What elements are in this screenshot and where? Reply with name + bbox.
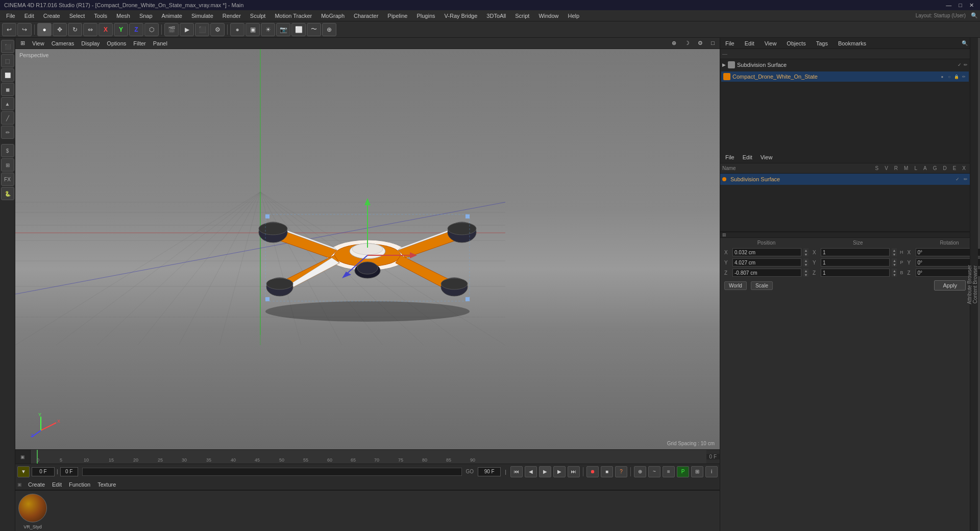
menu-mesh[interactable]: Mesh xyxy=(112,12,134,20)
vp-panel[interactable]: Panel xyxy=(150,40,170,47)
rotate-tool-btn[interactable]: ↻ xyxy=(68,23,82,36)
menu-select[interactable]: Select xyxy=(65,12,89,20)
play-btn[interactable]: ▶ xyxy=(539,466,551,477)
scale-mode-btn[interactable]: Scale xyxy=(751,281,773,290)
drone-ctrl-vis[interactable]: ● xyxy=(939,74,945,80)
vp-icon4[interactable]: □ xyxy=(708,39,718,47)
viewport-canvas[interactable]: Perspective Grid Spacing : 10 cm X Y Z xyxy=(15,49,720,449)
axis-y-btn[interactable]: Y xyxy=(114,23,128,36)
menu-sculpt[interactable]: Sculpt xyxy=(246,12,270,20)
menu-edit[interactable]: Edit xyxy=(20,12,38,20)
record-btn[interactable]: ⏺ xyxy=(586,466,599,477)
sidebar-fx[interactable]: FX xyxy=(1,173,14,186)
obj-floor-btn[interactable]: ⬜ xyxy=(291,23,306,36)
auto-key-btn[interactable]: ? xyxy=(615,466,627,477)
vp-icon2[interactable]: ☽ xyxy=(681,39,693,47)
size-z-up[interactable]: ▲ xyxy=(892,269,897,273)
go-last-btn[interactable]: ⏭ xyxy=(568,466,580,477)
attribute-browser-label[interactable]: Attribute Browser xyxy=(967,263,972,306)
pos-y-input[interactable] xyxy=(732,258,801,267)
obj-search[interactable]: 🔍 xyxy=(962,40,968,46)
world-mode-btn[interactable]: World xyxy=(724,281,747,290)
go-first-btn[interactable]: ⏮ xyxy=(510,466,523,477)
go-next-btn[interactable]: ▶ xyxy=(553,466,566,477)
size-z-input[interactable] xyxy=(821,269,890,277)
attr-subdivision-row[interactable]: Subdivision Surface ✓ ✏ xyxy=(720,174,970,185)
menu-animate[interactable]: Animate xyxy=(158,12,186,20)
p-btn[interactable]: P xyxy=(677,466,689,477)
sub-edit-icon[interactable]: ✏ xyxy=(964,62,968,67)
size-z-down[interactable]: ▼ xyxy=(892,273,897,277)
sub-check-icon[interactable]: ✓ xyxy=(958,62,962,67)
mat-texture[interactable]: Texture xyxy=(94,481,119,488)
vp-filter[interactable]: Filter xyxy=(130,40,149,47)
info-btn[interactable]: i xyxy=(705,466,718,477)
obj-bookmarks[interactable]: Bookmarks xyxy=(835,40,869,47)
render-view-btn[interactable]: ⬛ xyxy=(195,23,209,36)
size-y-up[interactable]: ▲ xyxy=(892,258,897,262)
pos-x-input[interactable] xyxy=(732,248,801,256)
menu-create[interactable]: Create xyxy=(39,12,64,20)
menu-render[interactable]: Render xyxy=(218,12,245,20)
pos-x-up[interactable]: ▲ xyxy=(803,248,808,252)
sidebar-mode6[interactable]: ╱ xyxy=(1,111,14,125)
sidebar-mode4[interactable]: ◼ xyxy=(1,83,14,96)
menu-help[interactable]: Help xyxy=(564,12,584,20)
attr-ctrl-checkmark[interactable]: ✓ xyxy=(955,177,960,182)
size-y-stepper[interactable]: ▲ ▼ xyxy=(892,258,897,267)
obj-spline-btn[interactable]: 〜 xyxy=(307,23,321,36)
subdivision-obj-row[interactable]: ▶ Subdivision Surface ✓ ✏ xyxy=(720,59,970,70)
menu-motion-tracker[interactable]: Motion Tracker xyxy=(271,12,316,20)
size-y-input[interactable] xyxy=(821,258,890,267)
sidebar-python[interactable]: 🐍 xyxy=(1,187,14,200)
vp-cameras[interactable]: Cameras xyxy=(48,40,78,47)
menu-simulate[interactable]: Simulate xyxy=(187,12,217,20)
menu-file[interactable]: File xyxy=(2,12,19,20)
menu-window[interactable]: Window xyxy=(534,12,562,20)
subdivision-expand[interactable]: ▶ xyxy=(722,62,726,67)
obj-tags[interactable]: Tags xyxy=(813,40,831,47)
pos-z-stepper[interactable]: ▲ ▼ xyxy=(803,269,808,277)
sidebar-sculpt[interactable]: $ xyxy=(1,144,14,157)
frame-slider[interactable] xyxy=(82,468,462,476)
undo-btn[interactable]: ↩ xyxy=(2,23,16,36)
menu-script[interactable]: Script xyxy=(511,12,533,20)
maximize-btn[interactable]: □ xyxy=(957,2,964,9)
scale-tool-btn[interactable]: ⇔ xyxy=(83,23,97,36)
move-tool-btn[interactable]: ✥ xyxy=(53,23,67,36)
sidebar-mode5[interactable]: ▲ xyxy=(1,97,14,110)
menu-mograph[interactable]: MoGraph xyxy=(317,12,349,20)
menu-vray[interactable]: V-Ray Bridge xyxy=(440,12,482,20)
render-region-btn[interactable]: 🎬 xyxy=(164,23,179,36)
size-x-input[interactable] xyxy=(821,248,890,256)
frame-counter-input[interactable] xyxy=(60,467,78,476)
pos-z-input[interactable] xyxy=(732,269,801,277)
attr-ctrl-edit[interactable]: ✏ xyxy=(964,177,968,182)
obj-cube-btn[interactable]: ▣ xyxy=(246,23,260,36)
axis-x-btn[interactable]: X xyxy=(99,23,113,36)
stop-btn[interactable]: ■ xyxy=(601,466,613,477)
tool-extra-btn[interactable]: ⊕ xyxy=(322,23,336,36)
size-y-down[interactable]: ▼ xyxy=(892,262,897,267)
obj-camera-btn[interactable]: 📷 xyxy=(276,23,290,36)
mat-create[interactable]: Create xyxy=(25,481,48,488)
transport-keyframe-add[interactable]: ▼ xyxy=(17,466,30,477)
menu-snap[interactable]: Snap xyxy=(135,12,157,20)
apply-button[interactable]: Apply xyxy=(934,280,966,291)
minimize-btn[interactable]: — xyxy=(944,2,953,9)
vp-options[interactable]: Options xyxy=(104,40,129,47)
material-thumbnail-1[interactable] xyxy=(18,494,47,522)
vp-icon-modes[interactable]: ⊞ xyxy=(17,39,28,47)
obj-objects[interactable]: Objects xyxy=(783,40,808,47)
drone-obj-item[interactable]: Compact_Drone_White_On_State ● ○ 🔒 ✏ xyxy=(721,71,969,82)
pos-y-down[interactable]: ▼ xyxy=(803,262,808,267)
vp-icon3[interactable]: ⚙ xyxy=(695,39,706,47)
menu-plugins[interactable]: Plugins xyxy=(412,12,439,20)
size-z-stepper[interactable]: ▲ ▼ xyxy=(892,269,897,277)
drone-ctrl-edit[interactable]: ✏ xyxy=(961,74,967,80)
obj-file[interactable]: File xyxy=(722,40,738,47)
sidebar-mode1[interactable]: ⬛ xyxy=(1,40,14,53)
sidebar-mode2[interactable]: ⬚ xyxy=(1,54,14,67)
render-settings-btn[interactable]: ⚙ xyxy=(210,23,225,36)
pos-x-down[interactable]: ▼ xyxy=(803,252,808,256)
